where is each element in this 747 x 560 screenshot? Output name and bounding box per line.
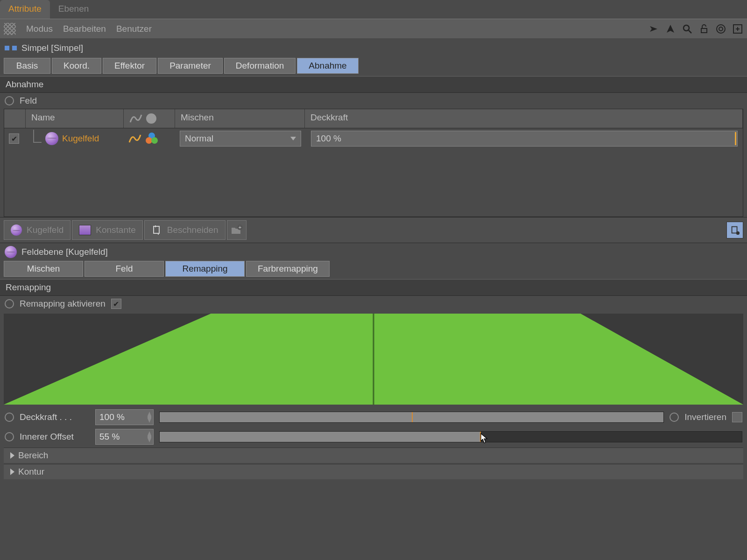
object-title: Simpel [Simpel] xyxy=(21,43,83,53)
deckkraft-slider[interactable] xyxy=(159,412,664,423)
deckkraft-value: 100 % xyxy=(99,412,125,422)
blend-mode-value: Normal xyxy=(185,133,213,144)
beschneiden-button[interactable]: Beschneiden xyxy=(144,220,226,240)
col-deckkraft-header: Deckkraft xyxy=(305,109,743,128)
menu-benutzer[interactable]: Benutzer xyxy=(116,24,152,34)
tab-feld[interactable]: Feld xyxy=(85,261,164,277)
invert-checkbox[interactable] xyxy=(732,412,742,422)
chevron-right-icon xyxy=(10,452,14,459)
kugelfeld-button[interactable]: Kugelfeld xyxy=(4,220,70,240)
deckkraft-label: Deckkraft . . . xyxy=(20,412,90,422)
target-icon[interactable] xyxy=(715,23,726,35)
row-name: Kugelfeld xyxy=(62,133,99,144)
inner-offset-label: Innerer Offset xyxy=(20,432,90,442)
svg-point-10 xyxy=(146,137,152,144)
svg-point-4 xyxy=(719,27,723,31)
invert-radio[interactable] xyxy=(669,413,679,422)
value-curve-header-icon xyxy=(129,113,142,124)
svg-text:+: + xyxy=(238,224,241,230)
value-curve-icon[interactable] xyxy=(128,133,141,144)
add-layer-button[interactable]: + xyxy=(227,220,247,240)
tab-ebenen[interactable]: Ebenen xyxy=(50,0,98,19)
tab-attribute[interactable]: Attribute xyxy=(0,0,50,19)
link-icon xyxy=(730,225,740,235)
tab-farbremapping[interactable]: Farbremapping xyxy=(246,261,330,277)
row-enable-checkbox[interactable]: ✔ xyxy=(9,133,19,144)
chevron-down-icon xyxy=(290,137,296,140)
tab-parameter[interactable]: Parameter xyxy=(158,58,223,74)
deckkraft-input[interactable]: 100 % xyxy=(95,409,154,425)
svg-point-8 xyxy=(146,113,156,124)
svg-rect-2 xyxy=(701,28,707,33)
nav-up-icon[interactable] xyxy=(665,23,676,35)
beschneiden-button-label: Beschneiden xyxy=(167,225,218,235)
grid-icon[interactable] xyxy=(4,23,16,35)
table-row[interactable]: ✔ Kugelfeld Normal 100 % xyxy=(4,128,743,149)
tab-effektor[interactable]: Effektor xyxy=(103,58,156,74)
crop-icon xyxy=(151,224,162,236)
inner-offset-slider[interactable] xyxy=(159,431,742,442)
remapping-enable-label: Remapping aktivieren xyxy=(20,299,106,309)
chevron-right-icon xyxy=(10,469,14,475)
col-icons-header xyxy=(124,109,175,128)
cursor-icon xyxy=(480,433,488,444)
inner-offset-value: 55 % xyxy=(99,432,120,441)
collapse-kontur[interactable]: Kontur xyxy=(4,464,743,479)
svg-line-1 xyxy=(689,30,691,33)
svg-point-16 xyxy=(736,231,740,235)
tab-basis[interactable]: Basis xyxy=(4,58,50,74)
tab-mischen[interactable]: Mischen xyxy=(4,261,83,277)
blend-mode-dropdown[interactable]: Normal xyxy=(180,131,301,147)
field-table: Name Mischen Deckkraft ✔ Kugelfeld Nor xyxy=(4,109,743,217)
col-mischen-header: Mischen xyxy=(175,109,305,128)
tree-elbow-icon xyxy=(33,130,42,143)
konstante-button-label: Konstante xyxy=(96,225,136,235)
remapping-enable-radio[interactable] xyxy=(5,299,14,308)
remapping-graph[interactable] xyxy=(4,314,743,405)
collapse-bereich-label: Bereich xyxy=(18,450,48,461)
simpel-object-icon xyxy=(5,43,17,53)
konstante-button[interactable]: Konstante xyxy=(72,220,143,240)
feld-radio[interactable] xyxy=(5,96,14,105)
svg-point-3 xyxy=(717,25,725,33)
collapse-bereich[interactable]: Bereich xyxy=(4,448,743,463)
section-remapping-header: Remapping xyxy=(0,279,747,296)
folder-plus-icon: + xyxy=(230,224,243,237)
svg-point-0 xyxy=(684,25,689,31)
inner-offset-radio[interactable] xyxy=(5,432,14,441)
invert-label: Invertieren xyxy=(684,412,726,422)
color-tri-icon[interactable] xyxy=(145,132,158,145)
menu-modus[interactable]: Modus xyxy=(26,24,53,34)
table-empty-area[interactable] xyxy=(4,149,743,217)
col-check-header xyxy=(4,109,26,128)
feld-label: Feld xyxy=(20,96,37,106)
svg-rect-12 xyxy=(154,226,159,233)
svg-rect-15 xyxy=(732,227,737,233)
search-icon[interactable] xyxy=(682,23,693,35)
field-layer-title: Feldebene [Kugelfeld] xyxy=(21,247,108,257)
constant-icon xyxy=(79,225,91,235)
link-button[interactable] xyxy=(726,222,743,238)
svg-point-11 xyxy=(151,137,158,144)
field-layer-icon xyxy=(5,246,17,258)
row-opacity-field[interactable]: 100 % xyxy=(311,131,738,147)
tab-deformation[interactable]: Deformation xyxy=(224,58,296,74)
col-name-header: Name xyxy=(26,109,124,128)
tab-koord[interactable]: Koord. xyxy=(52,58,101,74)
inner-offset-input[interactable]: 55 % xyxy=(95,429,154,445)
lock-icon[interactable] xyxy=(698,23,710,35)
kugelfeld-button-label: Kugelfeld xyxy=(27,225,63,235)
remapping-enable-checkbox[interactable]: ✔ xyxy=(111,299,121,309)
deckkraft-radio[interactable] xyxy=(5,413,14,422)
row-opacity-value: 100 % xyxy=(316,133,341,143)
nav-back-icon[interactable] xyxy=(648,23,659,35)
collapse-kontur-label: Kontur xyxy=(18,467,44,477)
menu-bearbeiten[interactable]: Bearbeiten xyxy=(63,24,106,34)
add-panel-icon[interactable] xyxy=(732,23,743,35)
section-abnahme-header: Abnahme xyxy=(0,76,747,93)
tab-abnahme[interactable]: Abnahme xyxy=(297,58,358,74)
sphere-icon xyxy=(11,224,22,236)
color-header-icon xyxy=(145,112,157,125)
sphere-field-icon xyxy=(45,132,58,145)
tab-remapping[interactable]: Remapping xyxy=(165,261,245,277)
